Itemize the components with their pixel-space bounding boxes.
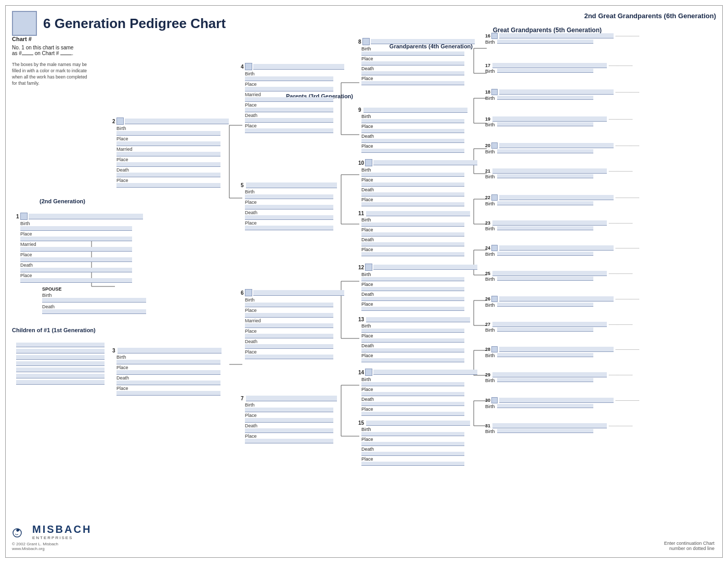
p10-name[interactable]	[373, 160, 477, 165]
p4-death-place[interactable]	[245, 128, 333, 133]
child-3[interactable]	[16, 355, 105, 360]
p6-married-place[interactable]	[245, 334, 333, 338]
p2-birth-place[interactable]	[116, 141, 220, 146]
p25-name[interactable]	[492, 271, 607, 276]
person-1-name[interactable]	[29, 214, 143, 219]
p16-name[interactable]	[499, 33, 614, 38]
p17-birth[interactable]	[497, 69, 593, 73]
same-as-text: No. 1 on this chart is same as # on Char…	[12, 45, 73, 56]
p27-birth[interactable]	[497, 328, 593, 332]
person-6-name[interactable]	[253, 290, 344, 296]
child-1[interactable]	[16, 343, 105, 347]
p8-birth[interactable]	[361, 51, 464, 56]
p4-married[interactable]	[245, 97, 333, 102]
p22-birth[interactable]	[497, 201, 593, 205]
p20-birth[interactable]	[497, 149, 593, 153]
p6-death[interactable]	[245, 344, 333, 349]
person-3-name[interactable]	[118, 348, 222, 353]
p3-birth-place[interactable]	[116, 370, 220, 375]
p31-name[interactable]	[492, 423, 607, 428]
p28-name[interactable]	[499, 347, 614, 352]
p5-birth-place[interactable]	[245, 205, 333, 210]
p25-birth[interactable]	[497, 277, 593, 281]
p5-death[interactable]	[245, 215, 333, 220]
p3-death[interactable]	[116, 381, 220, 385]
child-4[interactable]	[16, 361, 105, 366]
p14-name[interactable]	[373, 370, 477, 375]
p26-name[interactable]	[499, 296, 614, 302]
p18-birth[interactable]	[497, 96, 593, 100]
p15-name[interactable]	[366, 421, 470, 426]
person-2-name[interactable]	[125, 119, 229, 124]
p31-birth[interactable]	[497, 429, 593, 433]
p2-death-place[interactable]	[116, 183, 220, 188]
p2-married[interactable]	[116, 152, 220, 156]
p29-birth[interactable]	[497, 378, 593, 382]
person-2-num: 2	[112, 119, 115, 124]
p1-death-place[interactable]	[20, 278, 132, 283]
p21-birth[interactable]	[497, 174, 593, 178]
p8-death[interactable]	[361, 71, 464, 75]
p19-name[interactable]	[492, 116, 607, 122]
p24-birth[interactable]	[497, 252, 593, 256]
p18-name[interactable]	[499, 89, 614, 95]
p28-birth[interactable]	[497, 353, 593, 357]
p13-num: 13	[358, 317, 364, 322]
p1-married-place[interactable]	[20, 257, 132, 262]
child-7[interactable]	[16, 380, 105, 385]
p16-dotline[interactable]	[616, 36, 639, 36]
p6-death-place[interactable]	[245, 355, 333, 359]
p4-birth-place[interactable]	[245, 87, 333, 91]
p7-birth[interactable]	[245, 408, 333, 412]
child-5[interactable]	[16, 368, 105, 372]
p20-name[interactable]	[499, 143, 614, 148]
p2-married-place[interactable]	[116, 162, 220, 167]
p1-married[interactable]	[20, 247, 132, 252]
spouse-birth[interactable]	[42, 298, 146, 303]
p7-birth-place[interactable]	[245, 418, 333, 423]
p22-name[interactable]	[499, 195, 614, 200]
person-4-name[interactable]	[253, 64, 344, 70]
p19-birth[interactable]	[497, 122, 593, 126]
p8-name[interactable]	[371, 39, 475, 44]
p9-name[interactable]	[363, 108, 467, 113]
p8-place[interactable]	[361, 61, 464, 66]
p4-birth[interactable]	[245, 76, 333, 81]
child-2[interactable]	[16, 349, 105, 353]
p26-birth[interactable]	[497, 303, 593, 307]
p23-name[interactable]	[492, 220, 607, 226]
p17-name[interactable]	[492, 63, 607, 68]
p12-name[interactable]	[373, 265, 477, 270]
p23-birth[interactable]	[497, 226, 593, 230]
p6-birth[interactable]	[245, 303, 333, 307]
p1-death[interactable]	[20, 268, 132, 272]
p4-death[interactable]	[245, 118, 333, 123]
p6-married[interactable]	[245, 323, 333, 328]
p30-name[interactable]	[499, 398, 614, 403]
spouse-death[interactable]	[42, 309, 146, 314]
p8-dplace[interactable]	[361, 81, 464, 85]
p7-death-place[interactable]	[245, 439, 333, 443]
p5-death-place[interactable]	[245, 226, 333, 230]
p21-name[interactable]	[492, 168, 607, 174]
p29-name[interactable]	[492, 372, 607, 377]
p30-birth[interactable]	[497, 404, 593, 408]
p3-birth[interactable]	[116, 360, 220, 364]
person-5-name[interactable]	[246, 182, 337, 188]
p16-birth[interactable]	[497, 40, 593, 44]
person-7-name[interactable]	[246, 396, 337, 401]
p2-birth[interactable]	[116, 131, 220, 136]
p11-name[interactable]	[366, 211, 470, 216]
p1-birth[interactable]	[20, 226, 132, 231]
p5-birth[interactable]	[245, 194, 333, 199]
p4-married-place[interactable]	[245, 108, 333, 112]
p3-death-place[interactable]	[116, 391, 220, 396]
p27-name[interactable]	[492, 322, 607, 327]
p7-death[interactable]	[245, 428, 333, 433]
p24-name[interactable]	[499, 245, 614, 251]
p6-birth-place[interactable]	[245, 313, 333, 318]
p1-birth-place[interactable]	[20, 237, 132, 241]
p2-death[interactable]	[116, 173, 220, 177]
child-6[interactable]	[16, 374, 105, 378]
p13-name[interactable]	[366, 317, 470, 322]
